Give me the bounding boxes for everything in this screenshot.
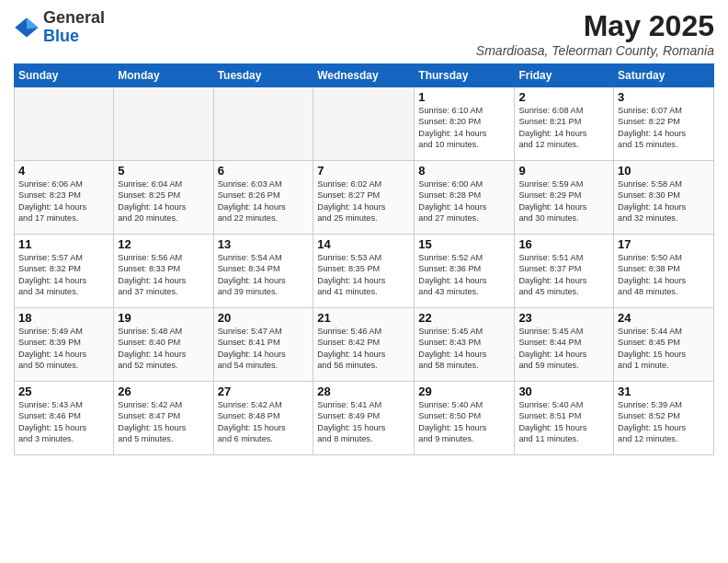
calendar-cell: 29Sunrise: 5:40 AM Sunset: 8:50 PM Dayli… [415,382,515,455]
calendar-cell: 15Sunrise: 5:52 AM Sunset: 8:36 PM Dayli… [415,235,515,308]
day-number: 31 [618,385,710,398]
day-number: 2 [518,90,609,104]
col-saturday: Saturday [614,64,714,87]
calendar-cell: 17Sunrise: 5:50 AM Sunset: 8:38 PM Dayli… [614,235,714,308]
day-number: 8 [418,164,510,178]
logo: General Blue [14,9,105,46]
day-number: 1 [418,90,510,104]
svg-marker-1 [27,17,39,29]
day-info: Sunrise: 6:03 AM Sunset: 8:26 PM Dayligh… [218,178,310,224]
calendar-cell: 16Sunrise: 5:51 AM Sunset: 8:37 PM Dayli… [515,235,614,308]
day-info: Sunrise: 5:56 AM Sunset: 8:33 PM Dayligh… [118,252,209,298]
col-sunday: Sunday [15,64,114,87]
calendar-cell: 21Sunrise: 5:46 AM Sunset: 8:42 PM Dayli… [313,308,415,382]
calendar-cell: 7Sunrise: 6:02 AM Sunset: 8:27 PM Daylig… [313,161,415,235]
day-info: Sunrise: 5:43 AM Sunset: 8:46 PM Dayligh… [18,399,109,445]
calendar-cell: 25Sunrise: 5:43 AM Sunset: 8:46 PM Dayli… [15,382,114,455]
day-number: 18 [18,311,109,325]
day-number: 19 [118,311,209,325]
day-number: 14 [317,237,410,251]
day-info: Sunrise: 5:47 AM Sunset: 8:41 PM Dayligh… [218,326,310,372]
calendar-cell: 6Sunrise: 6:03 AM Sunset: 8:26 PM Daylig… [213,161,313,235]
day-number: 16 [518,237,609,251]
day-info: Sunrise: 5:52 AM Sunset: 8:36 PM Dayligh… [418,252,510,298]
day-info: Sunrise: 5:41 AM Sunset: 8:49 PM Dayligh… [317,399,410,445]
day-info: Sunrise: 5:50 AM Sunset: 8:38 PM Dayligh… [618,252,710,298]
day-info: Sunrise: 5:57 AM Sunset: 8:32 PM Dayligh… [18,252,109,298]
page: General Blue May 2025 Smardioasa, Teleor… [0,0,728,465]
day-info: Sunrise: 5:45 AM Sunset: 8:43 PM Dayligh… [418,326,510,372]
day-info: Sunrise: 6:07 AM Sunset: 8:22 PM Dayligh… [618,105,710,151]
day-number: 28 [317,385,410,398]
day-info: Sunrise: 5:39 AM Sunset: 8:52 PM Dayligh… [618,399,710,445]
calendar-cell: 11Sunrise: 5:57 AM Sunset: 8:32 PM Dayli… [15,235,114,308]
day-number: 11 [18,237,109,251]
calendar-cell: 9Sunrise: 5:59 AM Sunset: 8:29 PM Daylig… [515,161,614,235]
calendar-cell: 8Sunrise: 6:00 AM Sunset: 8:28 PM Daylig… [415,161,515,235]
day-info: Sunrise: 6:08 AM Sunset: 8:21 PM Dayligh… [518,105,609,151]
calendar-cell [213,87,313,161]
day-info: Sunrise: 5:54 AM Sunset: 8:34 PM Dayligh… [218,252,310,298]
day-number: 25 [18,385,109,398]
location-subtitle: Smardioasa, Teleorman County, Romania [476,43,714,58]
day-number: 29 [418,385,510,398]
calendar-cell [114,87,213,161]
calendar-cell: 31Sunrise: 5:39 AM Sunset: 8:52 PM Dayli… [614,382,714,455]
calendar-cell: 30Sunrise: 5:40 AM Sunset: 8:51 PM Dayli… [515,382,614,455]
calendar-cell: 24Sunrise: 5:44 AM Sunset: 8:45 PM Dayli… [614,308,714,382]
day-info: Sunrise: 6:00 AM Sunset: 8:28 PM Dayligh… [418,178,510,224]
day-info: Sunrise: 5:46 AM Sunset: 8:42 PM Dayligh… [317,326,410,372]
logo-text: General Blue [43,9,105,46]
calendar-week-3: 11Sunrise: 5:57 AM Sunset: 8:32 PM Dayli… [15,235,714,308]
calendar-table: Sunday Monday Tuesday Wednesday Thursday… [14,63,714,455]
logo-general-text: General [43,9,105,28]
day-number: 7 [317,164,410,178]
day-number: 23 [518,311,609,325]
calendar-week-2: 4Sunrise: 6:06 AM Sunset: 8:23 PM Daylig… [15,161,714,235]
day-number: 10 [618,164,710,178]
day-number: 4 [18,164,109,178]
calendar-cell: 23Sunrise: 5:45 AM Sunset: 8:44 PM Dayli… [515,308,614,382]
day-info: Sunrise: 5:51 AM Sunset: 8:37 PM Dayligh… [518,252,609,298]
header: General Blue May 2025 Smardioasa, Teleor… [14,9,714,58]
calendar-cell: 28Sunrise: 5:41 AM Sunset: 8:49 PM Dayli… [313,382,415,455]
day-info: Sunrise: 5:42 AM Sunset: 8:48 PM Dayligh… [218,399,310,445]
calendar-cell: 10Sunrise: 5:58 AM Sunset: 8:30 PM Dayli… [614,161,714,235]
day-number: 22 [418,311,510,325]
day-number: 21 [317,311,410,325]
day-info: Sunrise: 5:42 AM Sunset: 8:47 PM Dayligh… [118,399,209,445]
col-wednesday: Wednesday [313,64,415,87]
day-info: Sunrise: 5:58 AM Sunset: 8:30 PM Dayligh… [618,178,710,224]
day-number: 3 [618,90,710,104]
col-tuesday: Tuesday [213,64,313,87]
day-number: 26 [118,385,209,398]
day-info: Sunrise: 6:10 AM Sunset: 8:20 PM Dayligh… [418,105,510,151]
calendar-cell: 14Sunrise: 5:53 AM Sunset: 8:35 PM Dayli… [313,235,415,308]
calendar-cell [15,87,114,161]
calendar-cell: 4Sunrise: 6:06 AM Sunset: 8:23 PM Daylig… [15,161,114,235]
calendar-cell: 20Sunrise: 5:47 AM Sunset: 8:41 PM Dayli… [213,308,313,382]
day-info: Sunrise: 5:53 AM Sunset: 8:35 PM Dayligh… [317,252,410,298]
calendar-week-4: 18Sunrise: 5:49 AM Sunset: 8:39 PM Dayli… [15,308,714,382]
calendar-cell: 3Sunrise: 6:07 AM Sunset: 8:22 PM Daylig… [614,87,714,161]
day-number: 30 [518,385,609,398]
calendar-cell: 22Sunrise: 5:45 AM Sunset: 8:43 PM Dayli… [415,308,515,382]
calendar-cell: 5Sunrise: 6:04 AM Sunset: 8:25 PM Daylig… [114,161,213,235]
day-number: 6 [218,164,310,178]
day-info: Sunrise: 5:40 AM Sunset: 8:50 PM Dayligh… [418,399,510,445]
calendar-cell: 12Sunrise: 5:56 AM Sunset: 8:33 PM Dayli… [114,235,213,308]
day-number: 20 [218,311,310,325]
day-info: Sunrise: 5:44 AM Sunset: 8:45 PM Dayligh… [618,326,710,372]
day-info: Sunrise: 6:04 AM Sunset: 8:25 PM Dayligh… [118,178,209,224]
calendar-header-row: Sunday Monday Tuesday Wednesday Thursday… [15,64,714,87]
logo-blue-text: Blue [43,28,105,46]
calendar-week-5: 25Sunrise: 5:43 AM Sunset: 8:46 PM Dayli… [15,382,714,455]
day-info: Sunrise: 6:06 AM Sunset: 8:23 PM Dayligh… [18,178,109,224]
calendar-cell: 27Sunrise: 5:42 AM Sunset: 8:48 PM Dayli… [213,382,313,455]
day-number: 17 [618,237,710,251]
month-year: May 2025 [476,9,714,43]
svg-marker-2 [15,17,27,29]
calendar-cell: 2Sunrise: 6:08 AM Sunset: 8:21 PM Daylig… [515,87,614,161]
calendar-cell: 18Sunrise: 5:49 AM Sunset: 8:39 PM Dayli… [15,308,114,382]
calendar-cell: 13Sunrise: 5:54 AM Sunset: 8:34 PM Dayli… [213,235,313,308]
